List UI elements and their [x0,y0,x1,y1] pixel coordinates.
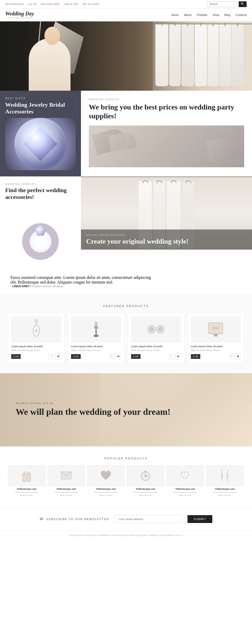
product-card-3: Lorem ipsum dolor sit amet dolor sit ame… [128,313,184,363]
product-desc-2: dolor sit amet massy meson [71,349,121,352]
wishlist-btn-2[interactable]: ♡ [109,354,114,359]
popular-title: POPULAR PRODUCTS [8,457,244,460]
add-cart-btn-4[interactable]: $ 188 [191,354,200,359]
popular-img-5: ♡ [166,465,204,486]
popular-desc-2: Fusce euismod con amet. iquat sit amet. [48,491,85,497]
quote-author: - LINDA GREY / English fashion designer [10,285,154,288]
nav-links: Home About Portfolio Shop Blog Contacts [171,13,247,16]
product-footer-4: $ 188 ♡ ⇄ [191,354,241,359]
popular-name-1: Pellentesque sed [8,488,45,490]
popular-card-4: Pellentesque sed Fusce euismod con amet.… [127,465,164,497]
quote-author-role: English fashion designer [32,285,63,288]
svg-point-2 [35,329,38,332]
dream-banner: MAURIS ACCUML DIA IN We will plan the we… [0,373,252,446]
delivery-link[interactable]: DELIVERY New! [41,3,60,5]
nav-portfolio[interactable]: Portfolio [197,13,207,16]
find-label: WEDDING JEWELRY [5,183,76,185]
newsletter-text: SUBSCRIBE TO OUR NEWSLETTER [46,518,109,521]
product-footer-3: $ 188 ♡ ⇄ [131,354,181,359]
registration-link[interactable]: REGISTRATION [5,3,24,5]
myaccount-link[interactable]: MY ACCOUNT [83,3,99,5]
product-footer-1: $ 188 ♡ ⇄ [11,354,61,359]
add-cart-btn-3[interactable]: $ 188 [131,354,140,359]
envelope-icon: ✉ [40,516,44,521]
shoe2 [206,136,241,162]
svg-text:♡: ♡ [184,474,186,476]
popular-desc-6: Fusce euismod con amet. iquat sit amet. [206,491,244,497]
popular-name-4: Pellentesque sed [127,488,164,490]
featured-section: FEATURED PRODUCTS Lorem ipsum dolor sit … [0,294,252,373]
bottle-stopper-icon [90,320,103,338]
newsletter-label: ✉ SUBSCRIBE TO OUR NEWSLETTER [40,516,109,521]
product-img-2 [71,316,121,342]
search-button[interactable]: 🔍 [239,1,247,7]
compare-btn-4[interactable]: ⇄ [235,354,241,359]
product-desc-3: dolor sit amet massy meson [131,349,181,352]
dream-label: MAURIS ACCUML DIA IN [16,402,171,405]
compare-btn-1[interactable]: ⇄ [55,354,61,359]
popular-img-6 [206,465,244,486]
popular-card-5: ♡ Pellentesque sed Fusce euismod con ame… [166,465,204,497]
svg-point-7 [93,335,99,337]
wishlist-btn-1[interactable]: ♡ [49,354,54,359]
popular-img-1: $5 [8,465,45,486]
wedding-jewelry-title: We bring you the best prices on wedding … [89,103,244,120]
bridal-label: BRIDAL DRESS DESIGNS [86,234,247,236]
wishlist-btn-3[interactable]: ♡ [168,354,174,359]
svg-rect-21 [214,335,218,336]
compare-btn-2[interactable]: ⇄ [115,354,121,359]
nav-home[interactable]: Home [171,13,179,16]
logo: Wedding Day ONLINE STORE [5,11,34,19]
top-bar: REGISTRATION LOG IN DELIVERY New! CHECK … [0,0,252,8]
popular-section: POPULAR PRODUCTS $5 Pellentesque sed Fus… [0,446,252,507]
login-link[interactable]: LOG IN [28,3,37,5]
svg-point-11 [150,328,153,331]
wishlist-btn-4[interactable]: ♡ [228,354,234,359]
products-grid: Lorem ipsum dolor sit amet dolor sit ame… [8,313,244,363]
quote-text: Fusce euismod consequat ante. Lorem ipsu… [10,275,154,285]
product-img-3 [131,316,181,342]
jewelry-image [5,118,76,170]
popular-name-6: Pellentesque sed [206,488,244,490]
nav-about[interactable]: About [184,13,192,16]
dream-title: We will plan the wedding of your dream! [16,407,171,417]
pocket-watch-icon [140,470,151,481]
product-desc-1: dolor sit amet massy meson [11,349,61,352]
popular-card-3: Pellentesque sed Fusce euismod con amet.… [87,465,125,497]
search-bar[interactable]: 🔍 [207,1,247,7]
newsletter-submit-button[interactable]: SUBMIT [187,515,213,523]
price-1: $ 188 [13,355,19,358]
newsletter-email-input[interactable] [114,515,182,523]
compare-btn-3[interactable]: ⇄ [175,354,181,359]
ring-band [22,223,59,260]
product-actions-3: ♡ ⇄ [168,354,181,359]
photo-frame-icon: Photo [207,321,225,337]
navbar: Wedding Day ONLINE STORE Home About Port… [0,8,252,21]
wedding-jewelry-label: WEDDING JEWELRY [89,98,244,101]
quote-author-name: LINDA GREY [12,285,30,288]
product-actions-1: ♡ ⇄ [49,354,61,359]
product-footer-2: $ 188 ♡ ⇄ [71,354,121,359]
popular-desc-5: Fusce euismod con amet. iquat sit amet. [166,491,204,497]
heart-locket-icon: ♡ [179,470,191,481]
svg-text:$5: $5 [25,477,28,479]
find-title: Find the perfect wedding accessories! [5,187,76,201]
price-2: $ 188 [73,355,78,358]
checkout-link[interactable]: CHECK OUT [64,3,79,5]
popular-card-1: $5 Pellentesque sed Fusce euismod con am… [8,465,45,497]
svg-point-0 [35,320,38,322]
quote-dash: - [10,285,12,288]
footer: WEDDING DAY IS PROUDLY POWERED BY WORDPR… [0,531,252,540]
search-input[interactable] [207,2,239,6]
nav-shop[interactable]: Shop [213,13,219,16]
bridal-overlay: BRIDAL DRESS DESIGNS Create your origina… [81,229,252,250]
footer-text: WEDDING DAY IS PROUDLY POWERED BY WORDPR… [69,534,183,537]
wedding-jewelry-box: WEDDING JEWELRY We bring you the best pr… [81,91,252,176]
add-cart-btn-2[interactable]: $ 188 [71,354,80,359]
dream-content: MAURIS ACCUML DIA IN We will plan the we… [0,392,186,428]
popular-name-5: Pellentesque sed [166,488,204,490]
nav-contacts[interactable]: Contacts [236,13,247,16]
top-bar-right: 🔍 [207,1,247,7]
add-cart-btn-1[interactable]: $ 188 [11,354,21,359]
nav-blog[interactable]: Blog [225,13,230,16]
